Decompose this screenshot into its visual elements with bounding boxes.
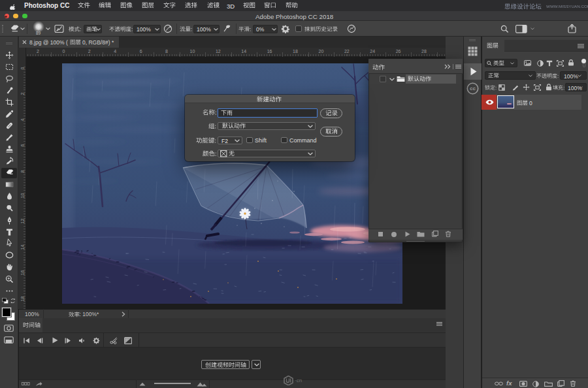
svg-text:cc: cc xyxy=(470,86,476,91)
